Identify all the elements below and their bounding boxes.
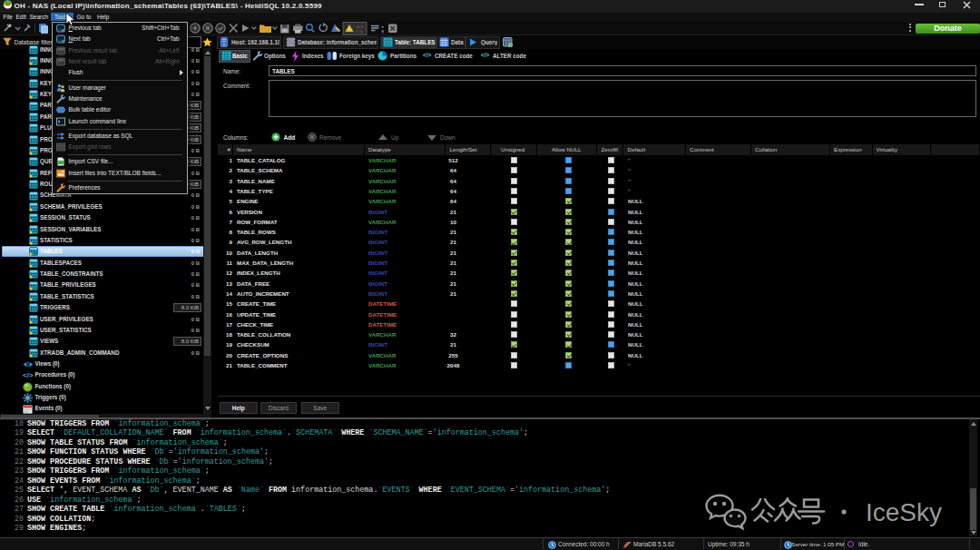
svg-text:IceSky: IceSky xyxy=(866,498,942,526)
svg-text:16 0: 16 0 xyxy=(356,25,364,29)
svg-text:;: ; xyxy=(381,24,384,34)
svg-text:2 %: 2 % xyxy=(356,29,362,34)
